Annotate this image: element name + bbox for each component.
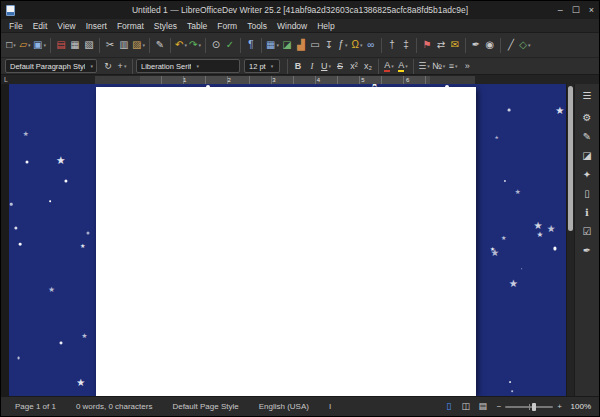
bullet-list-button[interactable]: ☰▾ — [417, 59, 431, 74]
insert-special-character-button[interactable]: Ω▾ — [350, 35, 364, 55]
insert-page-break-button[interactable]: ↧ — [322, 35, 336, 55]
accessibility-check-button[interactable]: ☑ — [578, 223, 597, 240]
menu-table[interactable]: Table — [182, 21, 212, 31]
insert-table-button[interactable]: ▦▾ — [265, 35, 280, 55]
insert-hyperlink-button[interactable]: ∞ — [364, 35, 378, 55]
menu-insert[interactable]: Insert — [81, 21, 112, 31]
word-count[interactable]: 0 words, 0 characters — [76, 402, 152, 411]
multi-page-view-button[interactable]: ◫ — [459, 400, 473, 414]
formatting-marks-button[interactable]: ¶ — [244, 35, 258, 55]
print-preview-button[interactable]: ▧ — [82, 35, 96, 55]
menu-tools[interactable]: Tools — [242, 21, 272, 31]
sidebar-menu-button[interactable]: ☰ — [578, 87, 597, 104]
insert-cross-reference-button[interactable]: ⇄ — [434, 35, 448, 55]
spelling-button[interactable]: ✓ — [223, 35, 237, 55]
export-pdf-button[interactable]: ▤ — [54, 35, 68, 55]
basic-shapes-button[interactable]: ◇▾ — [518, 35, 532, 55]
vertical-scrollbar[interactable] — [566, 84, 574, 396]
new-style-button[interactable]: +▾ — [115, 59, 129, 74]
highlight-color-button[interactable]: A▾ — [396, 59, 410, 74]
open-file-button[interactable]: ▱▾ — [18, 35, 32, 55]
page-deck-button[interactable]: ▯ — [578, 185, 597, 202]
redo-button[interactable]: ↷▾ — [188, 35, 202, 55]
star-dot — [14, 226, 17, 229]
insert-field-button[interactable]: ƒ▾ — [336, 35, 350, 55]
document-canvas[interactable]: ★★★★★★★★★★★★★★★★★★★★★★★★★★★★★★★★★★★★★★★★… — [9, 84, 566, 396]
page-style[interactable]: Default Page Style — [172, 402, 238, 411]
underline-button[interactable]: U▾ — [319, 59, 333, 74]
ruler-track[interactable]: 123456 — [95, 76, 475, 84]
undo-button[interactable]: ↶▾ — [174, 35, 188, 55]
insert-comment-button[interactable]: ✉ — [448, 35, 462, 55]
page-deck-icon: ▯ — [584, 189, 590, 199]
subscript-button[interactable]: x₂ — [361, 59, 375, 74]
menu-view[interactable]: View — [52, 21, 80, 31]
insert-line-button[interactable]: ╱ — [504, 35, 518, 55]
show-changes-icon: ◉ — [486, 40, 495, 50]
star-dot — [508, 108, 511, 111]
menu-window[interactable]: Window — [272, 21, 312, 31]
zoom-in-button[interactable]: + — [557, 402, 562, 411]
manage-changes-button[interactable]: ✒ — [578, 242, 597, 259]
insert-bookmark-button[interactable]: ⚑ — [420, 35, 434, 55]
numbered-list-button[interactable]: №▾ — [431, 59, 446, 74]
insert-hyperlink-icon: ∞ — [367, 40, 374, 50]
cut-button[interactable]: ✂ — [103, 35, 117, 55]
italic-button[interactable]: I — [305, 59, 319, 74]
menu-edit[interactable]: Edit — [28, 21, 53, 31]
ruler-indent-marker-right[interactable] — [445, 85, 449, 89]
document-page[interactable] — [96, 87, 476, 396]
new-document-button[interactable]: □▾ — [4, 35, 18, 55]
track-changes-button[interactable]: ✒ — [469, 35, 483, 55]
paste-button[interactable]: ▨▾ — [131, 35, 146, 55]
menu-help[interactable]: Help — [312, 21, 339, 31]
styles-button[interactable]: ✎ — [578, 128, 597, 145]
insert-image-button[interactable]: ◪ — [280, 35, 294, 55]
outline-list-button[interactable]: ≡▾ — [446, 59, 460, 74]
properties-button[interactable]: ⚙ — [578, 109, 597, 126]
maximize-button[interactable]: ☐ — [572, 1, 580, 19]
scrollbar-thumb[interactable] — [568, 86, 573, 231]
book-view-button[interactable]: ▤ — [476, 400, 490, 414]
gallery-button[interactable]: ◪ — [578, 147, 597, 164]
print-button[interactable]: ▦ — [68, 35, 82, 55]
font-color-button[interactable]: A▾ — [382, 59, 396, 74]
menu-file[interactable]: File — [4, 21, 28, 31]
insert-textbox-button[interactable]: ▭ — [308, 35, 322, 55]
navigator-button[interactable]: ✦ — [578, 166, 597, 183]
horizontal-ruler[interactable]: L 123456 — [1, 74, 599, 84]
star-icon: ★ — [555, 105, 564, 115]
paragraph-style-selector[interactable]: Default Paragraph Styl ▾ — [5, 59, 97, 73]
text-language[interactable]: English (USA) — [259, 402, 309, 411]
single-page-view-button[interactable]: ▯ — [442, 400, 456, 414]
save-button[interactable]: ▣▾ — [32, 35, 47, 55]
titlebar[interactable]: Untitled 1 — LibreOfficeDev Writer 25.2 … — [1, 1, 599, 19]
style-inspector-button[interactable]: ℹ — [578, 204, 597, 221]
ruler-indent-marker-left[interactable] — [206, 85, 210, 89]
find-replace-button[interactable]: ⊙ — [209, 35, 223, 55]
font-size-selector[interactable]: 12 pt ▾ — [244, 59, 280, 73]
update-style-button[interactable]: ↻ — [101, 59, 115, 74]
show-changes-button[interactable]: ◉ — [483, 35, 497, 55]
zoom-slider-thumb[interactable] — [532, 403, 536, 411]
insert-footnote-button[interactable]: † — [385, 35, 399, 55]
page-count[interactable]: Page 1 of 1 — [15, 402, 56, 411]
close-button[interactable]: × — [589, 1, 594, 19]
insert-chart-button[interactable]: ▟ — [294, 35, 308, 55]
bold-button[interactable]: B — [291, 59, 305, 74]
clone-formatting-button[interactable]: ✎ — [153, 35, 167, 55]
insert-endnote-button[interactable]: ‡ — [399, 35, 413, 55]
strikethrough-button[interactable]: S — [333, 59, 347, 74]
toolbar-overflow-button[interactable]: » — [460, 59, 474, 74]
zoom-level[interactable]: 100% — [569, 402, 591, 411]
copy-button[interactable]: ▥ — [117, 35, 131, 55]
menu-styles[interactable]: Styles — [149, 21, 182, 31]
font-name-selector[interactable]: Liberation Serif ▾ — [136, 59, 240, 73]
minimize-button[interactable]: – — [558, 1, 563, 19]
menu-format[interactable]: Format — [112, 21, 149, 31]
tab-stop-selector[interactable]: L — [4, 76, 8, 84]
superscript-button[interactable]: x² — [347, 59, 361, 74]
menu-form[interactable]: Form — [212, 21, 242, 31]
zoom-out-button[interactable]: − — [497, 402, 502, 411]
zoom-slider[interactable] — [505, 406, 553, 408]
